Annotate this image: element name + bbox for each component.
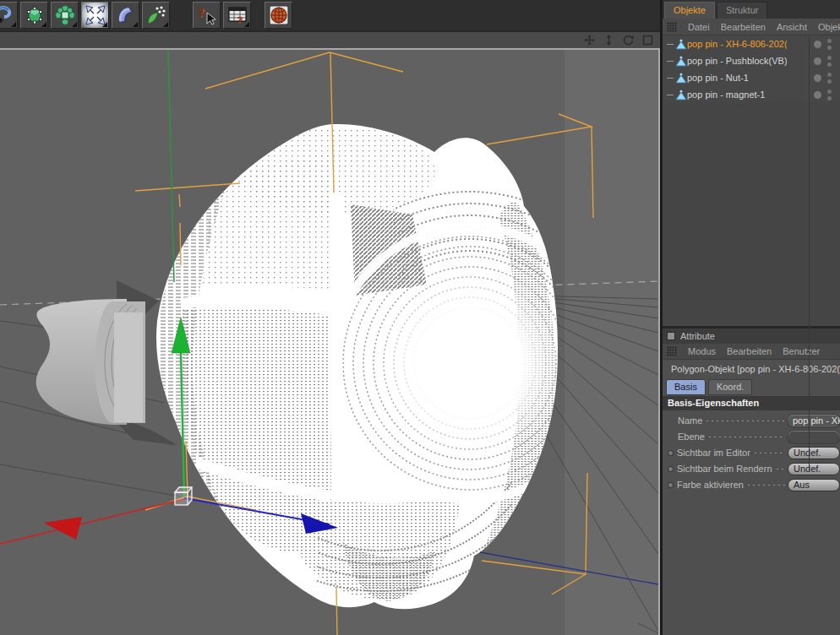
selected-object-header: Polygon-Objekt [pop pin - XH-6-806-202(V… <box>663 360 840 378</box>
menu-datei[interactable]: Datei <box>688 22 710 32</box>
editor-visibility-dot[interactable] <box>827 56 832 60</box>
flyout-marker <box>72 22 77 27</box>
keyframe-dot[interactable] <box>668 450 674 456</box>
property-label: Ebene <box>678 431 705 442</box>
object-row[interactable]: pop pin - XH-6-806-202(VB)-1 <box>663 35 840 52</box>
keyframe-dot[interactable] <box>668 466 674 472</box>
attributes-menubar: Modus Bearbeiten Benutzer <box>663 344 840 360</box>
object-label: pop pin - magnet-1 <box>687 90 765 100</box>
tree-branch <box>667 44 674 45</box>
model-mode-button[interactable] <box>51 2 79 29</box>
menu-bearbeiten[interactable]: Bearbeiten <box>721 22 766 32</box>
object-label: pop pin - XH-6-806-202(VB)-1 <box>687 39 787 49</box>
leader-dots <box>746 484 785 486</box>
layer-dot[interactable] <box>814 41 821 48</box>
manager-tab-bar: Objekte Struktur <box>663 0 840 19</box>
maximize-icon[interactable] <box>641 35 653 46</box>
tab-struktur[interactable]: Struktur <box>717 2 768 19</box>
dots-column-separator <box>809 37 810 470</box>
property-row-ebene: Ebene <box>663 429 840 445</box>
texture-mode-button[interactable] <box>142 2 170 29</box>
flyout-marker <box>163 22 168 27</box>
cinema4d-window: ? ? <box>0 0 840 635</box>
flyout-marker <box>133 22 138 27</box>
axis-mode-button[interactable] <box>81 2 109 29</box>
online-help-icon <box>268 4 290 26</box>
context-help-button[interactable]: ? <box>193 2 221 29</box>
viewport-titlebar <box>0 30 660 48</box>
flyout-marker <box>41 22 46 27</box>
manager-panel: Objekte Struktur Datei Bearbeiten Ansich… <box>663 0 840 635</box>
property-label: Farbe aktivieren <box>677 480 744 490</box>
polygon-object-icon <box>675 73 687 84</box>
object-manager-menubar: Datei Bearbeiten Ansicht Objekte <box>663 19 840 35</box>
tree-branch <box>667 61 674 62</box>
tree-branch <box>667 78 674 79</box>
layer-dot[interactable] <box>814 57 821 65</box>
render-visibility-dot[interactable] <box>827 79 832 84</box>
sichtbar-rendern-button[interactable]: Undef. <box>788 463 840 475</box>
render-visibility-dot[interactable] <box>827 62 832 67</box>
property-label: Name <box>678 415 702 426</box>
selected-object-label: Polygon-Objekt [pop pin - XH-6-806-202(V… <box>671 364 840 374</box>
render-visibility-dot[interactable] <box>827 46 832 50</box>
3d-scene <box>0 50 658 635</box>
editor-visibility-dot[interactable] <box>827 90 832 94</box>
drag-grip-icon[interactable] <box>667 346 677 356</box>
object-row[interactable]: pop pin - Pushblock(VB)-1 <box>663 52 840 69</box>
pan-icon[interactable] <box>583 35 595 46</box>
flyout-marker <box>11 22 16 27</box>
flyout-marker <box>102 22 107 27</box>
points-mode-button[interactable] <box>112 2 139 29</box>
property-row-farbe-aktivieren: Farbe aktivieren Aus <box>663 477 840 493</box>
farbe-aktivieren-button[interactable]: Aus <box>788 479 840 491</box>
object-label: pop pin - Nut-1 <box>687 73 749 83</box>
menu-ansicht[interactable]: Ansicht <box>777 22 807 32</box>
object-row[interactable]: pop pin - magnet-1 <box>663 86 840 103</box>
attributes-tab-bar: Basis Koord. <box>663 378 840 396</box>
object-row[interactable]: pop pin - Nut-1 <box>663 69 840 86</box>
ebene-field[interactable] <box>788 431 840 443</box>
render-visibility-dot[interactable] <box>827 96 832 100</box>
attributes-title: Attribute <box>680 331 715 341</box>
leader-dots <box>753 452 785 454</box>
property-row-sichtbar-rendern: Sichtbar beim Rendern Undef. <box>663 461 840 477</box>
undo-tool-button[interactable] <box>0 2 18 29</box>
menu-benutzer[interactable]: Benutzer <box>783 346 820 356</box>
online-help-button[interactable] <box>265 2 292 29</box>
menu-bearbeiten[interactable]: Bearbeiten <box>727 346 772 356</box>
object-list-empty-area[interactable] <box>663 103 840 326</box>
menu-objekte[interactable]: Objekte <box>818 22 840 32</box>
rotate-icon[interactable] <box>622 35 634 46</box>
property-row-name: Name <box>663 413 840 429</box>
sichtbar-editor-button[interactable]: Undef. <box>788 447 840 459</box>
property-label: Sichtbar beim Rendern <box>677 464 772 474</box>
editor-visibility-dot[interactable] <box>827 73 832 77</box>
tab-basis[interactable]: Basis <box>666 379 706 395</box>
attributes-titlebar: Attribute <box>663 328 840 344</box>
menu-modus[interactable]: Modus <box>688 346 716 356</box>
command-help-button[interactable]: ? <box>223 2 251 29</box>
visibility-dots <box>809 35 840 52</box>
keyframe-dot[interactable] <box>668 482 674 488</box>
flyout-marker <box>244 22 249 27</box>
name-field[interactable] <box>788 415 840 427</box>
property-row-sichtbar-editor: Sichtbar im Editor Undef. <box>663 445 840 461</box>
property-label: Sichtbar im Editor <box>677 448 750 458</box>
polygon-object-icon <box>675 90 687 100</box>
tab-koord[interactable]: Koord. <box>708 379 752 395</box>
tab-objekte[interactable]: Objekte <box>664 2 715 19</box>
visibility-dots <box>809 69 840 86</box>
make-editable-button[interactable] <box>20 2 48 29</box>
section-header: Basis-Eigenschaften <box>663 396 840 410</box>
editor-visibility-dot[interactable] <box>827 39 832 43</box>
layer-dot[interactable] <box>814 91 821 99</box>
visibility-dots <box>809 52 840 69</box>
drag-grip-icon[interactable] <box>667 22 677 32</box>
zoom-icon[interactable] <box>603 35 614 46</box>
3d-viewport[interactable] <box>0 48 660 635</box>
context-help-icon: ? <box>196 4 218 26</box>
properties-list: Name Ebene Sichtbar im Editor Undef. Sic… <box>663 410 840 635</box>
layer-dot[interactable] <box>814 74 821 82</box>
polygon-object-icon <box>675 39 687 50</box>
